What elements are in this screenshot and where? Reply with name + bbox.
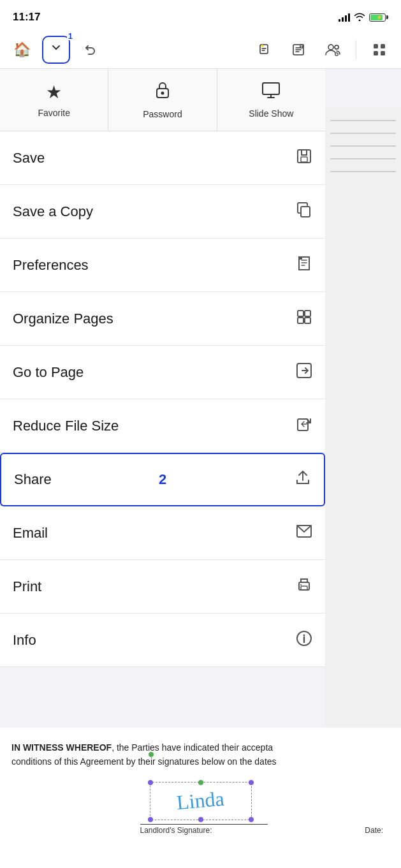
- upload-icon: [295, 469, 311, 490]
- svg-rect-0: [260, 45, 268, 54]
- email-menu-item[interactable]: Email: [0, 506, 325, 560]
- svg-point-5: [328, 45, 333, 50]
- svg-rect-15: [298, 150, 310, 163]
- svg-point-28: [300, 584, 302, 585]
- organize-pages-label: Organize Pages: [13, 311, 113, 327]
- reduce-file-size-menu-item[interactable]: Reduce File Size: [0, 399, 325, 453]
- corner-handle-tr[interactable]: [249, 780, 254, 785]
- corner-handle-bm[interactable]: [198, 817, 203, 822]
- grid-icon: [296, 309, 312, 329]
- info-menu-item[interactable]: Info: [0, 614, 325, 667]
- toolbar-divider: [356, 40, 356, 59]
- center-handle-top[interactable]: [198, 780, 203, 785]
- svg-rect-14: [263, 83, 279, 94]
- slideshow-label: Slide Show: [249, 108, 293, 119]
- svg-rect-17: [301, 207, 310, 217]
- svg-rect-8: [374, 44, 378, 48]
- svg-rect-19: [298, 311, 303, 316]
- svg-rect-1: [261, 45, 263, 47]
- home-button[interactable]: 🏠: [8, 36, 36, 64]
- signature-text: Linda: [176, 787, 226, 814]
- battery-icon: ⚡: [369, 13, 388, 22]
- status-time: 11:17: [13, 11, 40, 24]
- dropdown-button[interactable]: 1: [42, 36, 70, 64]
- preferences-label: Preferences: [13, 257, 89, 274]
- signature-line: [140, 824, 268, 825]
- status-bar: 11:17 ⚡: [0, 0, 401, 31]
- print-label: Print: [13, 578, 41, 595]
- share-badge: 2: [159, 471, 166, 488]
- document-bottom: IN WITNESS WHEREOF, the Parties have ind…: [0, 728, 401, 868]
- preferences-menu-item[interactable]: Preferences: [0, 239, 325, 292]
- status-icons: ⚡: [339, 12, 388, 23]
- menu-overlay: ★ Favorite Password Slide Show: [0, 69, 325, 667]
- document-text: IN WITNESS WHEREOF, the Parties have ind…: [11, 740, 390, 769]
- svg-rect-16: [301, 157, 307, 162]
- undo-button[interactable]: [77, 36, 105, 64]
- signal-icon: [339, 13, 350, 22]
- email-label: Email: [13, 525, 48, 541]
- icon-row: ★ Favorite Password Slide Show: [0, 69, 325, 131]
- svg-rect-22: [305, 318, 310, 323]
- svg-rect-20: [305, 311, 310, 316]
- signature-box[interactable]: Linda: [150, 782, 252, 820]
- svg-rect-11: [381, 51, 385, 55]
- compress-icon: [296, 416, 312, 436]
- toolbar: 🏠 1 T: [0, 31, 401, 69]
- apps-button[interactable]: [365, 36, 393, 64]
- print-icon: [296, 577, 312, 597]
- arrow-right-icon: [296, 362, 312, 383]
- landlord-label: Landlord's Signature:: [140, 826, 268, 835]
- users-button[interactable]: [319, 36, 347, 64]
- wifi-icon: [354, 12, 365, 23]
- password-label: Password: [143, 109, 182, 119]
- signature-area: Linda Landlord's Signature: Date:: [11, 782, 390, 835]
- svg-rect-9: [381, 44, 385, 48]
- password-button[interactable]: Password: [108, 69, 217, 131]
- favorite-button[interactable]: ★ Favorite: [0, 69, 108, 131]
- share-menu-item[interactable]: Share 2: [0, 453, 325, 506]
- save-label: Save: [13, 150, 45, 166]
- svg-point-30: [303, 634, 305, 636]
- save-copy-menu-item[interactable]: Save a Copy: [0, 185, 325, 239]
- reduce-file-size-label: Reduce File Size: [13, 418, 119, 434]
- date-label: Date:: [365, 826, 383, 835]
- save-icon: [296, 148, 312, 168]
- go-to-page-label: Go to Page: [13, 364, 84, 381]
- share-label: Share: [14, 471, 52, 488]
- mail-icon: [296, 524, 312, 542]
- text-button[interactable]: T: [284, 36, 312, 64]
- svg-rect-18: [298, 256, 302, 260]
- svg-point-13: [161, 92, 164, 95]
- go-to-page-menu-item[interactable]: Go to Page: [0, 346, 325, 399]
- highlight-button[interactable]: [250, 36, 278, 64]
- print-menu-item[interactable]: Print: [0, 560, 325, 614]
- slideshow-button[interactable]: Slide Show: [217, 69, 325, 131]
- dropdown-badge: 1: [67, 32, 74, 40]
- doc-bold-text: IN WITNESS WHEREOF: [11, 742, 112, 753]
- info-label: Info: [13, 632, 36, 649]
- chevron-down-icon: [50, 41, 62, 58]
- save-menu-item[interactable]: Save: [0, 131, 325, 185]
- svg-rect-10: [374, 51, 378, 55]
- copy-icon: [296, 202, 312, 222]
- svg-text:T: T: [300, 45, 303, 48]
- svg-point-6: [335, 45, 339, 49]
- organize-pages-menu-item[interactable]: Organize Pages: [0, 292, 325, 346]
- lock-icon: [154, 80, 171, 104]
- corner-handle-tl[interactable]: [148, 780, 153, 785]
- slideshow-icon: [261, 81, 281, 103]
- info-icon: [296, 630, 312, 651]
- corner-handle-bl[interactable]: [148, 817, 153, 822]
- star-icon: ★: [46, 82, 62, 103]
- corner-handle-br[interactable]: [249, 817, 254, 822]
- svg-rect-21: [298, 318, 303, 323]
- save-copy-label: Save a Copy: [13, 203, 93, 220]
- preferences-icon: [296, 255, 312, 276]
- favorite-label: Favorite: [38, 108, 70, 118]
